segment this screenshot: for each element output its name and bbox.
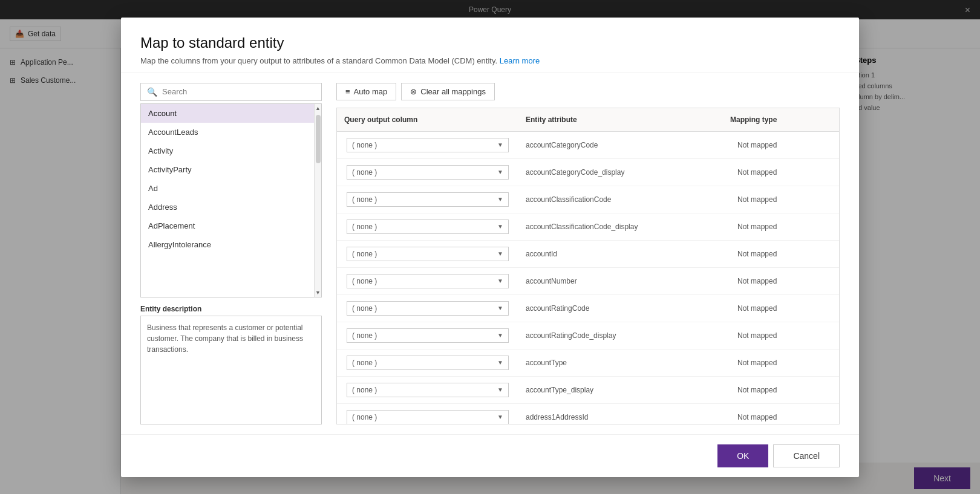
mapping-row-8: ( none ) ▼ accountType Not mapped <box>337 349 839 377</box>
modal-header: Map to standard entity Map the columns f… <box>121 18 859 73</box>
mapping-row-5: ( none ) ▼ accountNumber Not mapped <box>337 268 839 295</box>
search-icon: 🔍 <box>147 87 157 97</box>
col-header-mapping: Mapping type <box>723 113 832 126</box>
entity-description-box: Business that represents a customer or p… <box>140 316 322 424</box>
col-header-query: Query output column <box>337 113 518 126</box>
mapping-type-6: Not mapped <box>730 301 839 316</box>
dropdown-arrow-5: ▼ <box>497 278 503 284</box>
dropdown-arrow-9: ▼ <box>497 386 503 393</box>
query-select-10[interactable]: ( none ) ▼ <box>347 410 509 424</box>
mapping-type-3: Not mapped <box>730 219 839 235</box>
modal-title: Map to standard entity <box>140 34 840 51</box>
entity-item-adplacement[interactable]: AdPlacement <box>141 216 314 235</box>
entity-item-accountleads[interactable]: AccountLeads <box>141 123 314 141</box>
cancel-button[interactable]: Cancel <box>773 444 840 467</box>
clear-mappings-icon: ⊗ <box>410 87 417 96</box>
modal-body: 🔍 Account AccountLeads Activity Activity… <box>121 73 859 434</box>
mapping-row-7: ( none ) ▼ accountRatingCode_display Not… <box>337 322 839 349</box>
mapping-type-8: Not mapped <box>730 355 839 371</box>
mapping-table-header: Query output column Entity attribute Map… <box>337 108 839 132</box>
entity-attr-2: accountClassificationCode <box>518 192 730 207</box>
mapping-type-1: Not mapped <box>730 164 839 180</box>
query-select-7[interactable]: ( none ) ▼ <box>347 328 509 343</box>
mapping-row-9: ( none ) ▼ accountType_display Not mappe… <box>337 377 839 404</box>
query-select-3[interactable]: ( none ) ▼ <box>347 219 509 234</box>
modal-dialog: Map to standard entity Map the columns f… <box>121 18 859 477</box>
entity-attr-0: accountCategoryCode <box>518 137 730 153</box>
mapping-type-10: Not mapped <box>730 409 839 424</box>
entity-item-address[interactable]: Address <box>141 198 314 216</box>
query-select-0[interactable]: ( none ) ▼ <box>347 138 509 152</box>
mapping-table-wrapper: ( none ) ▼ accountCategoryCode Not mappe… <box>337 132 839 424</box>
entity-list: Account AccountLeads Activity ActivityPa… <box>141 104 314 297</box>
mapping-type-0: Not mapped <box>730 137 839 153</box>
search-box: 🔍 <box>140 83 322 101</box>
entity-attr-10: address1AddressId <box>518 409 730 424</box>
right-panel: ≡ Auto map ⊗ Clear all mappings Query ou… <box>336 83 840 424</box>
mapping-row-2: ( none ) ▼ accountClassificationCode Not… <box>337 186 839 213</box>
clear-mappings-button[interactable]: ⊗ Clear all mappings <box>401 83 495 100</box>
query-select-4[interactable]: ( none ) ▼ <box>347 247 509 261</box>
ok-button[interactable]: OK <box>717 444 768 467</box>
mapping-type-4: Not mapped <box>730 246 839 262</box>
dropdown-arrow-0: ▼ <box>497 141 503 148</box>
learn-more-link[interactable]: Learn more <box>500 56 540 65</box>
scroll-thumb[interactable] <box>316 115 321 163</box>
query-select-2[interactable]: ( none ) ▼ <box>347 192 509 207</box>
entity-item-account[interactable]: Account <box>141 104 314 123</box>
dropdown-arrow-2: ▼ <box>497 196 503 203</box>
entity-attr-3: accountClassificationCode_display <box>518 219 730 235</box>
dropdown-arrow-3: ▼ <box>497 223 503 230</box>
entity-item-ad[interactable]: Ad <box>141 179 314 198</box>
mapping-type-2: Not mapped <box>730 192 839 207</box>
modal-footer: OK Cancel <box>121 434 859 477</box>
entity-attr-9: accountType_display <box>518 382 730 398</box>
entity-attr-7: accountRatingCode_display <box>518 328 730 343</box>
mapping-table-scroll[interactable]: ( none ) ▼ accountCategoryCode Not mappe… <box>337 132 839 424</box>
mapping-row-3: ( none ) ▼ accountClassificationCode_dis… <box>337 213 839 241</box>
entity-item-allergyintolerance[interactable]: AllergyIntolerance <box>141 235 314 254</box>
mapping-row-4: ( none ) ▼ accountId Not mapped <box>337 241 839 268</box>
modal-overlay: Map to standard entity Map the columns f… <box>0 0 980 494</box>
scroll-up-arrow[interactable]: ▲ <box>315 104 322 112</box>
mapping-row-0: ( none ) ▼ accountCategoryCode Not mappe… <box>337 132 839 159</box>
query-select-8[interactable]: ( none ) ▼ <box>347 356 509 370</box>
entity-item-activity[interactable]: Activity <box>141 141 314 160</box>
entity-attr-6: accountRatingCode <box>518 301 730 316</box>
mapping-type-7: Not mapped <box>730 328 839 343</box>
entity-attr-8: accountType <box>518 355 730 371</box>
mapping-row-6: ( none ) ▼ accountRatingCode Not mapped <box>337 295 839 322</box>
dropdown-arrow-4: ▼ <box>497 250 503 257</box>
mapping-row-1: ( none ) ▼ accountCategoryCode_display N… <box>337 159 839 186</box>
entity-attr-1: accountCategoryCode_display <box>518 164 730 180</box>
entity-list-container: Account AccountLeads Activity ActivityPa… <box>140 103 322 297</box>
dropdown-arrow-1: ▼ <box>497 169 503 175</box>
mapping-row-10: ( none ) ▼ address1AddressId Not mapped <box>337 404 839 424</box>
entity-list-scrollbar[interactable]: ▲ ▼ <box>314 104 321 297</box>
mapping-type-9: Not mapped <box>730 382 839 398</box>
query-select-6[interactable]: ( none ) ▼ <box>347 301 509 316</box>
scroll-down-arrow[interactable]: ▼ <box>315 288 322 297</box>
entity-item-activityparty[interactable]: ActivityParty <box>141 160 314 179</box>
mapping-type-5: Not mapped <box>730 273 839 289</box>
query-select-1[interactable]: ( none ) ▼ <box>347 165 509 180</box>
left-panel: 🔍 Account AccountLeads Activity Activity… <box>140 83 322 424</box>
dropdown-arrow-10: ▼ <box>497 414 503 420</box>
auto-map-icon: ≡ <box>345 87 350 96</box>
mapping-toolbar: ≡ Auto map ⊗ Clear all mappings <box>336 83 840 100</box>
dropdown-arrow-6: ▼ <box>497 305 503 311</box>
modal-subtitle: Map the columns from your query output t… <box>140 56 840 65</box>
query-select-9[interactable]: ( none ) ▼ <box>347 383 509 397</box>
col-header-entity: Entity attribute <box>518 113 723 126</box>
auto-map-button[interactable]: ≡ Auto map <box>336 83 396 100</box>
dropdown-arrow-8: ▼ <box>497 359 503 366</box>
query-select-5[interactable]: ( none ) ▼ <box>347 274 509 288</box>
entity-attr-4: accountId <box>518 246 730 262</box>
search-input[interactable] <box>162 87 315 96</box>
mapping-table-container: Query output column Entity attribute Map… <box>336 108 840 424</box>
entity-description-label: Entity description <box>140 305 322 313</box>
dropdown-arrow-7: ▼ <box>497 332 503 339</box>
entity-attr-5: accountNumber <box>518 273 730 289</box>
